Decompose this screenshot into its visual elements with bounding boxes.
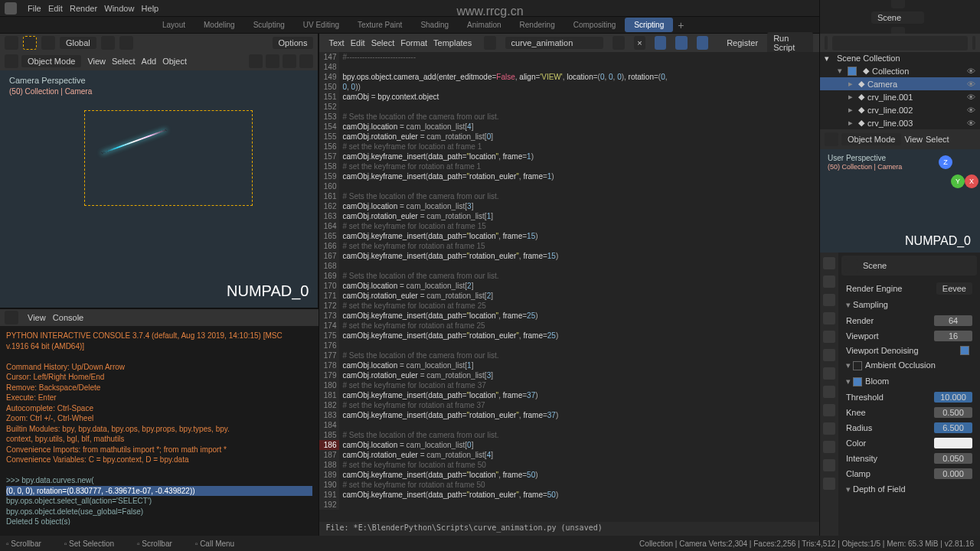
script-line[interactable]: 174# set the keyframe for rotation at fr… bbox=[319, 321, 819, 331]
intensity-value[interactable]: 0.050 bbox=[934, 453, 972, 464]
options-dropdown[interactable]: Options bbox=[273, 37, 314, 49]
outliner-item-crv_line-002[interactable]: ▸◆crv_line.002👁 bbox=[820, 103, 980, 116]
script-line[interactable]: 183camObj.keyframe_insert(data_path="rot… bbox=[319, 410, 819, 420]
vp-menu-object[interactable]: Object bbox=[162, 57, 187, 66]
line-numbers-icon[interactable] bbox=[655, 36, 666, 50]
cursor-icon[interactable] bbox=[5, 36, 18, 50]
syntax-highlight-icon[interactable] bbox=[697, 36, 708, 50]
script-line[interactable]: 153# Sets the location of the camera fro… bbox=[319, 112, 819, 122]
script-line[interactable]: 186camObj.location = cam_location_list[0… bbox=[319, 440, 819, 450]
blender-logo-icon[interactable] bbox=[5, 2, 17, 15]
script-line[interactable]: 148 bbox=[319, 62, 819, 72]
console-editor-icon[interactable] bbox=[5, 311, 18, 324]
script-line[interactable]: 173camObj.keyframe_insert(data_path="loc… bbox=[319, 311, 819, 321]
vp-menu-add[interactable]: Add bbox=[142, 57, 157, 66]
radius-value[interactable]: 6.500 bbox=[934, 422, 972, 433]
props-tab-icons[interactable] bbox=[820, 253, 838, 536]
script-line[interactable]: 181camObj.keyframe_insert(data_path="loc… bbox=[319, 390, 819, 400]
script-line[interactable]: 152 bbox=[319, 102, 819, 112]
z-axis-icon[interactable]: Z bbox=[939, 155, 952, 169]
script-line[interactable]: 180# set the keyframe for location at fr… bbox=[319, 380, 819, 390]
eye-icon[interactable]: 👁 bbox=[967, 119, 975, 128]
render-samples-value[interactable]: 64 bbox=[934, 315, 972, 326]
script-line[interactable]: 189camObj.keyframe_insert(data_path="loc… bbox=[319, 470, 819, 480]
x-axis-icon[interactable]: X bbox=[965, 174, 978, 188]
threshold-value[interactable]: 10.000 bbox=[934, 392, 972, 403]
text-menu-edit[interactable]: Edit bbox=[351, 38, 365, 47]
script-line[interactable]: 182# set the keyframe for rotation at fr… bbox=[319, 400, 819, 410]
text-menu-format[interactable]: Format bbox=[400, 38, 427, 47]
script-line[interactable]: 157camObj.keyframe_insert(data_path="loc… bbox=[319, 152, 819, 161]
constraint-tab-icon[interactable] bbox=[823, 422, 835, 435]
shading-rendered-icon[interactable] bbox=[299, 54, 313, 68]
script-line[interactable]: 1500, 0)) bbox=[319, 82, 819, 92]
script-line[interactable]: 170camObj.location = cam_location_list[2… bbox=[319, 281, 819, 291]
viewport-denoise-checkbox[interactable] bbox=[960, 346, 969, 355]
material-tab-icon[interactable] bbox=[823, 459, 835, 471]
snap-icon[interactable] bbox=[41, 36, 55, 50]
modifier-tab-icon[interactable] bbox=[823, 367, 835, 380]
bloom-checkbox[interactable] bbox=[853, 377, 862, 386]
viewport-editor-icon[interactable] bbox=[825, 132, 838, 146]
add-workspace-button[interactable]: + bbox=[678, 19, 684, 31]
script-line[interactable]: 158# set the keyframe for rotation at fr… bbox=[319, 161, 819, 171]
texture-tab-icon[interactable] bbox=[823, 478, 835, 490]
script-line[interactable]: 159camObj.keyframe_insert(data_path="rot… bbox=[319, 171, 819, 181]
scene-prop-name[interactable]: Scene bbox=[863, 261, 887, 270]
script-line[interactable]: 190# set the keyframe for rotation at fr… bbox=[319, 480, 819, 490]
script-line[interactable]: 155camObj.rotation_euler = cam_rotation_… bbox=[319, 132, 819, 142]
script-line[interactable]: 184 bbox=[319, 420, 819, 430]
outliner-item-crv_line-001[interactable]: ▸◆crv_line.001👁 bbox=[820, 90, 980, 103]
eye-icon[interactable]: 👁 bbox=[967, 67, 975, 76]
scene-icon[interactable] bbox=[891, 0, 905, 8]
script-line[interactable]: 176 bbox=[319, 341, 819, 350]
y-axis-icon[interactable]: Y bbox=[951, 174, 965, 188]
tab-rendering[interactable]: Rendering bbox=[511, 18, 564, 32]
shading-solid-icon[interactable] bbox=[266, 54, 279, 68]
editor-type-icon[interactable] bbox=[5, 54, 18, 68]
scene-collection-row[interactable]: ▾ Scene Collection bbox=[820, 52, 980, 64]
eye-icon[interactable]: 👁 bbox=[967, 106, 975, 115]
outliner-search[interactable] bbox=[832, 36, 968, 51]
outliner-item-collection[interactable]: ▾◆Collection👁 bbox=[820, 64, 980, 77]
text-menu-templates[interactable]: Templates bbox=[433, 38, 472, 47]
menu-render[interactable]: Render bbox=[70, 4, 97, 13]
shading-matcap-icon[interactable] bbox=[283, 54, 296, 68]
script-line[interactable]: 191camObj.keyframe_insert(data_path="rot… bbox=[319, 490, 819, 500]
tab-animation[interactable]: Animation bbox=[458, 18, 510, 32]
word-wrap-icon[interactable] bbox=[675, 36, 687, 50]
vp-menu-view[interactable]: View bbox=[87, 57, 106, 66]
script-line[interactable]: 156# set the keyframe for location at fr… bbox=[319, 142, 819, 152]
sampling-panel[interactable]: Sampling bbox=[841, 297, 977, 313]
tab-texture-paint[interactable]: Texture Paint bbox=[348, 18, 411, 32]
menu-edit[interactable]: Edit bbox=[48, 4, 63, 13]
text-file-icon[interactable] bbox=[484, 36, 495, 50]
vp-menu-select[interactable]: Select bbox=[112, 57, 136, 66]
script-line[interactable]: 192 bbox=[319, 500, 819, 510]
particle-tab-icon[interactable] bbox=[823, 386, 835, 398]
ao-checkbox[interactable] bbox=[853, 361, 862, 370]
tab-scripting[interactable]: Scripting bbox=[625, 18, 673, 32]
menu-help[interactable]: Help bbox=[142, 4, 159, 13]
viewport[interactable]: Global Options Object Mode ViewSelectAdd… bbox=[0, 34, 318, 308]
view-menu[interactable]: View bbox=[904, 135, 923, 144]
menu-window[interactable]: Window bbox=[104, 4, 134, 13]
outliner-editor-icon[interactable] bbox=[825, 36, 828, 50]
outliner[interactable]: ▾ Scene Collection ▾◆Collection👁▸◆Camera… bbox=[820, 52, 980, 129]
tab-uv-editing[interactable]: UV Editing bbox=[294, 18, 348, 32]
text-new-icon[interactable] bbox=[612, 36, 624, 50]
text-unlink-icon[interactable]: × bbox=[634, 36, 645, 50]
python-console[interactable]: View Console PYTHON INTERACTIVE CONSOLE … bbox=[0, 308, 318, 536]
script-line[interactable]: 161# Sets the location of the camera fro… bbox=[319, 191, 819, 201]
transform-orientation[interactable]: Global bbox=[60, 37, 96, 49]
script-line[interactable]: 179camObj.rotation_euler = cam_rotation_… bbox=[319, 370, 819, 380]
tab-modeling[interactable]: Modeling bbox=[194, 18, 244, 32]
eye-icon[interactable]: 👁 bbox=[967, 93, 975, 102]
script-line[interactable]: 171camObj.rotation_euler = cam_rotation_… bbox=[319, 291, 819, 301]
scene-name[interactable]: Scene bbox=[871, 11, 924, 24]
script-line[interactable]: 185# Sets the location of the camera fro… bbox=[319, 430, 819, 440]
eye-icon[interactable]: 👁 bbox=[967, 80, 975, 89]
tab-layout[interactable]: Layout bbox=[153, 18, 194, 32]
script-line[interactable]: 167camObj.keyframe_insert(data_path="rot… bbox=[319, 251, 819, 261]
script-body[interactable]: 147#---------------------------148 149bp… bbox=[319, 52, 819, 522]
